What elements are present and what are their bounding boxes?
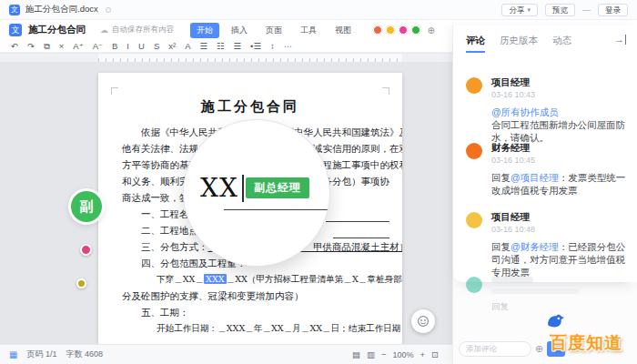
mention-link[interactable]: @项目经理 [511, 172, 559, 183]
tab-tools[interactable]: 工具 [294, 23, 323, 38]
panel-tab-activity[interactable]: 动态 [552, 35, 571, 51]
doc-heading: 施工分包合同 [98, 98, 402, 116]
tab-view[interactable]: 视图 [329, 23, 358, 38]
bold-icon[interactable]: B [112, 40, 117, 52]
tab-insert[interactable]: 插入 [225, 23, 254, 38]
document-title: 施工分包合同 [28, 24, 86, 36]
reply-button[interactable]: 回复 [491, 301, 626, 313]
reply-prefix: 回复 [491, 172, 511, 183]
tab-home[interactable]: 开始 [190, 23, 219, 38]
collaborator-badge: 副 [71, 191, 102, 222]
collaborator-avatars: ⊕ [373, 25, 435, 35]
comments-card: 评论 历史版本 动态 → 项目经理 03-16 10:43 @所有协作成员 合同… [453, 25, 637, 282]
titlebar-actions: 分享 ▾ 预览 — 登录 [501, 4, 628, 16]
faded-text-bar [491, 277, 533, 283]
page-view-icon: ▦ [9, 349, 17, 359]
strikethrough-icon[interactable]: S [154, 40, 159, 52]
zoom-in-icon[interactable]: + [420, 349, 425, 359]
comment-item[interactable]: 项目经理 03-16 10:48 回复@财务经理：已经跟分包公司沟通，对方同意开… [466, 211, 626, 278]
comments-panel: 评论 历史版本 动态 → 项目经理 03-16 10:43 @所有协作成员 合同… [452, 25, 637, 364]
menu-tabs: 开始 插入 页面 工具 视图 [190, 23, 358, 38]
font-size-up-icon[interactable]: A⁺ [73, 40, 83, 52]
format-toolbar: ↶↷⧉×A⁺A⁻BIUSx²A☰☷☰•☰↕⋯ [0, 40, 452, 53]
comment-input[interactable] [459, 341, 531, 357]
doc-clause-5: 五、工期： [122, 304, 386, 320]
comment-author: 项目经理 [491, 211, 626, 223]
italic-icon[interactable]: I [126, 40, 129, 52]
view-mode-icon[interactable]: ▤ [352, 349, 360, 359]
app-logo-icon: 文 [9, 24, 22, 36]
invite-icon[interactable]: ⊕ [428, 25, 435, 35]
share-button-label: 分享 [509, 5, 524, 15]
align-center-icon[interactable]: ☷ [217, 40, 225, 52]
avatar [466, 277, 482, 293]
assistant-fab[interactable] [411, 309, 435, 333]
comment-author: 项目经理 [491, 76, 626, 88]
cloud-icon: ☁ [100, 25, 108, 35]
comment-item[interactable]: 项目经理 03-16 10:43 @所有协作成员 合同工程范围新增办公间屋面防水… [466, 76, 626, 144]
comment-input-row: ⊕ ▶ [459, 340, 632, 357]
doc-tab-icon: 文 [9, 5, 20, 15]
comment-main: 项目经理 03-16 10:48 回复@财务经理：已经跟分包公司沟通，对方同意开… [491, 211, 626, 278]
view-mode-icon[interactable]: ▥ [367, 349, 375, 359]
reply-prefix: 回复 [491, 241, 511, 252]
emoji-icon[interactable]: ⊕ [535, 343, 543, 355]
comment-body: 回复@财务经理：已经跟分包公司沟通，对方同意开当地增值税专用发票 [491, 240, 626, 278]
autosave-label: 自动保存所有内容 [112, 25, 174, 35]
comment-text: 合同工程范围新增办公间屋面防水，请确认。 [491, 119, 625, 143]
superscript-icon[interactable]: x² [168, 40, 176, 52]
comment-time: 03-16 10:43 [491, 89, 626, 101]
ruler [0, 54, 452, 62]
ruler-page-zone [98, 54, 402, 62]
list-bullet-icon[interactable]: •☰ [250, 40, 261, 52]
collaborator-avatar[interactable] [411, 25, 420, 35]
preview-button-label: 预览 [552, 5, 568, 15]
format-painter-icon[interactable]: ⧉ [44, 40, 50, 52]
undo-icon[interactable]: ↶ [11, 40, 18, 52]
robot-icon [417, 315, 430, 328]
doc-clause-5-detail: 开始工作日期：＿XXX＿年＿XX＿月＿XX＿日；结束工作日期：＿XXX [122, 320, 386, 337]
font-color-icon[interactable]: A [185, 40, 190, 52]
comment-time: 03-16 10:45 [491, 155, 626, 167]
page-count: 页码 1/1 [26, 349, 56, 360]
font-size-down-icon[interactable]: A⁻ [93, 40, 103, 52]
comment-item-faded: 回复 [466, 277, 626, 313]
titlebar: 文 施工分包合同.docx 分享 ▾ 预览 — 登录 [0, 0, 637, 20]
doc-tab-title[interactable]: 施工分包合同.docx [25, 4, 98, 15]
align-left-icon[interactable]: ☰ [199, 40, 207, 52]
panel-tab-comments[interactable]: 评论 [466, 35, 485, 53]
avatar [466, 77, 482, 94]
divider-dash: — [582, 5, 591, 15]
underline-icon[interactable]: U [138, 40, 145, 52]
lens-underline [224, 209, 329, 210]
clause-label: 三、分包方式： [141, 241, 208, 252]
send-comment-button[interactable]: ▶ [547, 341, 565, 357]
app-window: 文 施工分包合同.docx 分享 ▾ 预览 — 登录 文 施工分包合同 ☁ 自动… [0, 0, 637, 364]
faded-text-bar [491, 288, 579, 294]
tab-page[interactable]: 页面 [259, 23, 288, 38]
align-right-icon[interactable]: ☰ [234, 40, 242, 52]
preview-button[interactable]: 预览 [545, 4, 575, 16]
line-spacing-icon[interactable]: ↕ [270, 40, 275, 52]
mention-link[interactable]: @所有协作成员 [491, 106, 626, 118]
more-tools-icon[interactable]: ⋯ [284, 40, 293, 52]
redo-icon[interactable]: ↷ [27, 40, 35, 52]
panel-tab-history[interactable]: 历史版本 [500, 35, 538, 51]
collaborator-avatar[interactable] [399, 25, 408, 35]
fit-page-icon[interactable]: ⊡ [431, 349, 439, 359]
collaborator-avatar[interactable] [386, 25, 395, 35]
mention-link[interactable]: @财务经理 [511, 241, 559, 252]
collapse-panel-icon[interactable]: → [614, 35, 626, 45]
comment-item[interactable]: 财务经理 03-16 10:45 回复@项目经理：发票类型统一改成增值税专用发票 [466, 142, 626, 197]
zoom-out-icon[interactable]: − [381, 349, 387, 359]
clear-format-icon[interactable]: × [59, 40, 65, 52]
login-button-label: 登录 [605, 5, 621, 15]
collaborator-avatar[interactable] [373, 25, 382, 35]
comment-body: @所有协作成员 合同工程范围新增办公间屋面防水，请确认。 [491, 106, 626, 144]
lens-content: XX 副总经理 [200, 173, 309, 203]
share-button[interactable]: 分享 ▾ [501, 4, 538, 16]
login-button[interactable]: 登录 [598, 4, 628, 16]
clause-text: ＿XX（甲方招标工程量清单第＿X＿章桩身部 [227, 274, 402, 284]
collaborator-dot [76, 278, 86, 288]
zoom-controls: ▤ ▥ − 100% + ⊡ [352, 349, 439, 359]
